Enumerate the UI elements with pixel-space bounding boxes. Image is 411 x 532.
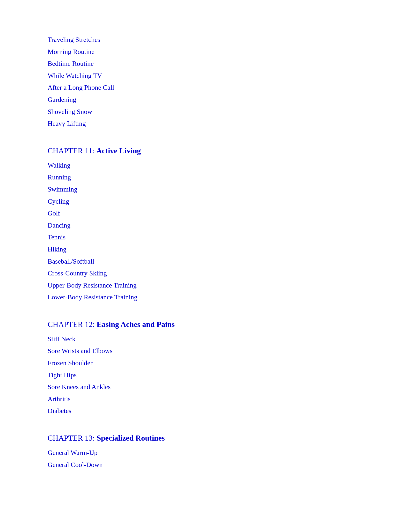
chapter-heading-chapter-12: CHAPTER 12: Easing Aches and Pains — [48, 320, 363, 329]
top-link-item[interactable]: While Watching TV — [48, 70, 363, 82]
chapter-link-item[interactable]: General Cool-Down — [48, 459, 363, 471]
chapter-links-chapter-13: General Warm-UpGeneral Cool-Down — [48, 447, 363, 470]
chapter-number: CHAPTER 13: — [48, 434, 97, 442]
chapter-title: Specialized Routines — [97, 434, 165, 442]
chapter-link-item[interactable]: Tennis — [48, 231, 363, 243]
chapter-links-chapter-12: Stiff NeckSore Wrists and ElbowsFrozen S… — [48, 333, 363, 417]
chapter-link-item[interactable]: Sore Wrists and Elbows — [48, 345, 363, 357]
chapter-link-item[interactable]: Swimming — [48, 183, 363, 195]
chapter-link-item[interactable]: Baseball/Softball — [48, 256, 363, 267]
chapter-heading-chapter-13: CHAPTER 13: Specialized Routines — [48, 434, 363, 443]
top-link-item[interactable]: Gardening — [48, 94, 363, 105]
chapter-link-item[interactable]: Sore Knees and Ankles — [48, 381, 363, 393]
chapter-link-item[interactable]: Cycling — [48, 196, 363, 207]
chapter-title: Easing Aches and Pains — [97, 320, 175, 329]
chapter-link-item[interactable]: Diabetes — [48, 405, 363, 417]
chapter-heading-chapter-11: CHAPTER 11: Active Living — [48, 146, 363, 155]
top-link-item[interactable]: Bedtime Routine — [48, 58, 363, 69]
chapter-link-item[interactable]: General Warm-Up — [48, 447, 363, 458]
chapter-links-chapter-11: WalkingRunningSwimmingCyclingGolfDancing… — [48, 160, 363, 303]
top-link-item[interactable]: After a Long Phone Call — [48, 82, 363, 93]
chapter-link-item[interactable]: Dancing — [48, 219, 363, 231]
chapter-link-item[interactable]: Hiking — [48, 244, 363, 255]
top-link-item[interactable]: Morning Routine — [48, 46, 363, 57]
top-link-item[interactable]: Shoveling Snow — [48, 106, 363, 117]
top-link-item[interactable]: Traveling Stretches — [48, 34, 363, 46]
chapter-link-item[interactable]: Cross-Country Skiing — [48, 267, 363, 279]
chapter-link-item[interactable]: Stiff Neck — [48, 333, 363, 345]
chapter-link-item[interactable]: Walking — [48, 160, 363, 171]
chapter-link-item[interactable]: Upper-Body Resistance Training — [48, 280, 363, 291]
top-link-item[interactable]: Heavy Lifting — [48, 118, 363, 129]
chapter-number: CHAPTER 11: — [48, 146, 96, 155]
chapter-number: CHAPTER 12: — [48, 320, 97, 329]
chapter-link-item[interactable]: Arthritis — [48, 393, 363, 405]
chapter-link-item[interactable]: Frozen Shoulder — [48, 357, 363, 369]
chapter-link-item[interactable]: Golf — [48, 208, 363, 219]
top-links-section: Traveling StretchesMorning RoutineBedtim… — [48, 34, 363, 129]
chapter-link-item[interactable]: Tight Hips — [48, 369, 363, 381]
chapter-title: Active Living — [96, 146, 141, 155]
chapter-link-item[interactable]: Lower-Body Resistance Training — [48, 291, 363, 303]
chapter-link-item[interactable]: Running — [48, 171, 363, 183]
chapters-container: CHAPTER 11: Active LivingWalkingRunningS… — [48, 146, 363, 470]
